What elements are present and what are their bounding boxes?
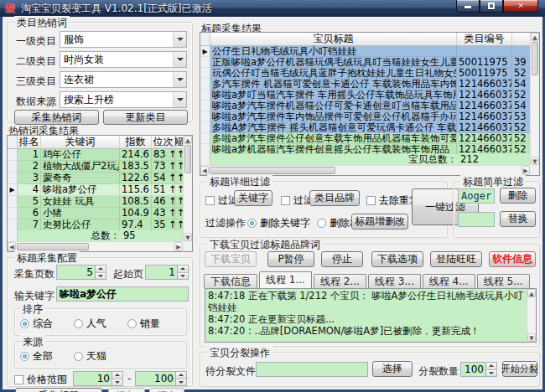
delete-word-button[interactable]: 删除 — [500, 188, 536, 204]
vertical-scrollbar[interactable]: ▲ ▼ — [530, 33, 539, 165]
software-info-button[interactable]: 软件信息 — [489, 251, 536, 267]
scroll-left-icon[interactable]: ◀ — [8, 242, 16, 251]
pages-input[interactable] — [57, 266, 95, 279]
chevron-down-icon[interactable] — [173, 72, 186, 87]
close-button-icon[interactable] — [503, 0, 538, 13]
log-scrollbar[interactable]: ▲ ▼ — [527, 289, 536, 342]
login-wangwang-button[interactable]: 登陆旺旺 — [430, 251, 482, 267]
scroll-up-icon[interactable]: ▲ — [531, 33, 539, 41]
title-edit-button[interactable]: 标题增删改 — [351, 214, 408, 230]
startpage-spinner[interactable] — [145, 265, 189, 280]
stop-button[interactable]: 停止 — [321, 251, 363, 267]
price-max-input[interactable] — [136, 372, 175, 385]
radio-option[interactable]: 综合 — [20, 317, 74, 331]
spin-up-icon[interactable] — [176, 372, 186, 379]
download-button[interactable]: 下载宝贝 — [205, 251, 257, 267]
radio-option[interactable]: 删除关键字 — [247, 216, 310, 230]
table-row[interactable]: 哆啦a梦汽车摆件机器猫公仔可爱卡通创意叮当猫车载用品车内饰品 121466037… — [200, 101, 530, 111]
scroll-thumb[interactable] — [17, 243, 89, 250]
spin-up-icon[interactable] — [112, 372, 122, 379]
scroll-left-icon[interactable]: ◀ — [200, 166, 209, 175]
level2-combobox[interactable]: 时尚女装 — [60, 51, 187, 68]
table-row[interactable]: ▶ 4 哆啦a梦公仔 115.6 51 ↑ ↑ — [8, 184, 183, 196]
spin-down-icon[interactable] — [178, 273, 188, 280]
download-options-button[interactable]: 下载选项 — [371, 251, 423, 267]
delete-word-input[interactable] — [458, 188, 495, 204]
minimize-button-icon[interactable] — [456, 0, 480, 13]
start-split-button[interactable]: 开始分裂 — [502, 361, 537, 377]
price-min-spinner[interactable] — [73, 371, 123, 386]
add-button[interactable]: 添加 — [108, 388, 145, 392]
datasource-combobox[interactable]: 搜索上升榜 — [60, 91, 187, 108]
download-log[interactable]: 8:47:18 正在下载第 1/212 个宝贝： 哆啦A梦公仔生日礼物毛绒玩具小… — [205, 288, 537, 343]
tab[interactable]: 下载信息 — [204, 274, 257, 288]
table-row[interactable]: ▶ 公仔生日礼物毛绒玩具小叮铛娃娃 — [200, 46, 530, 57]
collect-hotwords-button[interactable]: 采集热销词 — [14, 110, 99, 125]
horizontal-scrollbar[interactable]: ◀ ▶ — [200, 165, 530, 175]
table-row[interactable]: 玩偶公仔叮当猫毛绒玩具蓝胖子抱枕娃娃儿童生日礼物女生 50011975 52 — [200, 68, 530, 79]
level1-combobox[interactable]: 服饰 — [60, 31, 187, 48]
pause-button[interactable]: P暂停 — [267, 251, 314, 267]
replace-word-button[interactable]: 替换 — [500, 211, 536, 227]
tab[interactable]: 线程 2... — [314, 274, 366, 288]
price-min-input[interactable] — [74, 372, 112, 385]
split-file-input[interactable] — [256, 362, 368, 377]
spin-up-icon[interactable] — [486, 363, 496, 370]
price-max-spinner[interactable] — [135, 371, 187, 386]
chevron-down-icon[interactable] — [173, 52, 186, 67]
update-category-button[interactable]: 更新类目 — [103, 110, 188, 125]
scroll-thumb[interactable] — [184, 145, 191, 173]
clear-button[interactable]: 清空 — [149, 388, 184, 392]
keyword-filter-button[interactable]: 关键字 — [234, 190, 272, 206]
scroll-down-icon[interactable]: ▼ — [184, 233, 192, 241]
chevron-down-icon[interactable] — [173, 92, 186, 107]
maximize-button-icon[interactable] — [480, 0, 503, 13]
chevron-down-icon[interactable] — [173, 32, 186, 47]
spin-up-icon[interactable] — [178, 266, 188, 273]
split-count-input[interactable] — [461, 363, 485, 376]
table-row[interactable]: 2 植物大战僵尸2玩具毛 183.5 73 ↑ ↑ — [8, 161, 183, 173]
keyword-input[interactable] — [56, 286, 189, 302]
radio-option[interactable]: 销量 — [127, 317, 181, 331]
price-range-option[interactable]: 价格范围 — [14, 373, 67, 387]
collect-titles-button[interactable]: 采集标题 — [15, 388, 102, 392]
vertical-scrollbar[interactable]: ▲ ▼ — [183, 136, 192, 241]
pages-spinner[interactable] — [56, 265, 106, 280]
spin-down-icon[interactable] — [112, 379, 122, 386]
scroll-thumb[interactable] — [210, 167, 335, 174]
scroll-down-icon[interactable]: ▼ — [531, 157, 539, 165]
tab[interactable]: 线程 3... — [368, 274, 421, 288]
replace-word-input[interactable] — [458, 212, 495, 227]
radio-option[interactable]: 人气 — [74, 317, 127, 331]
tab[interactable]: 线程 1... — [259, 271, 312, 288]
startpage-input[interactable] — [146, 266, 177, 279]
level3-combobox[interactable]: 连衣裙 — [60, 71, 187, 88]
spin-down-icon[interactable] — [176, 379, 186, 386]
spin-down-icon[interactable] — [96, 273, 106, 280]
spin-down-icon[interactable] — [486, 370, 496, 377]
table-row[interactable]: 哆啦a梦叮当猫汽车摆件 车用摇头公仔车载饰品玩具车饰用品 121466037 5… — [200, 90, 530, 101]
tab[interactable]: 线程 4... — [423, 274, 475, 288]
table-row[interactable]: 哆啦a梦汽车摆件车内饰品摆件可爱创意公仔机器猫手办玩偶装饰品 121466037… — [200, 111, 530, 122]
table-row[interactable]: 多汽车摆件 机器猫可爱创意卡通公仔 车载装饰用品车内饰品 121466037 5… — [200, 79, 530, 90]
radio-option[interactable]: 全部 — [20, 349, 74, 364]
split-count-spinner[interactable] — [460, 362, 497, 377]
table-row[interactable]: 多啦A梦汽车摆件 摇头机器猫创意可爱玩偶卡通公仔 车载车内饰品 12146603… — [200, 122, 530, 133]
choose-file-button[interactable]: 选择 — [372, 361, 413, 377]
brand-filter-button[interactable]: 类目品牌 — [309, 190, 360, 206]
table-row[interactable]: 5 女娃娃 玩具 108.5 46 ↑ ↑ — [8, 196, 183, 208]
scroll-right-icon[interactable]: ▶ — [174, 242, 183, 251]
table-row[interactable]: 多啦a梦汽车摆件公仔创意车载车饰用品机器猫车装饰可爱车内饰品 121466037… — [200, 133, 530, 144]
table-row[interactable]: 3 蒙奇奇 122.6 54 ↑ ↑ — [8, 173, 183, 184]
table-row[interactable]: 正版哆啦a梦公仔机器猫玩偶毛绒玩具叮当猫娃娃女生儿童礼物 50011975 39 — [200, 57, 530, 68]
scroll-up-icon[interactable]: ▲ — [527, 289, 536, 297]
table-row[interactable]: 6 小猪 104.9 43 ↑ ↑ — [8, 208, 183, 219]
tab[interactable]: 线程 5... — [477, 274, 530, 288]
horizontal-scrollbar[interactable]: ◀ ▶ — [8, 241, 183, 251]
scroll-down-icon[interactable]: ▼ — [527, 333, 536, 342]
table-row[interactable]: 1 鸡年公仔 214.6 83 ↑ ↑ — [8, 149, 183, 161]
radio-option[interactable]: 天猫 — [74, 349, 127, 364]
scroll-up-icon[interactable]: ▲ — [184, 136, 192, 144]
spin-up-icon[interactable] — [96, 266, 106, 273]
scroll-right-icon[interactable]: ▶ — [522, 166, 530, 175]
